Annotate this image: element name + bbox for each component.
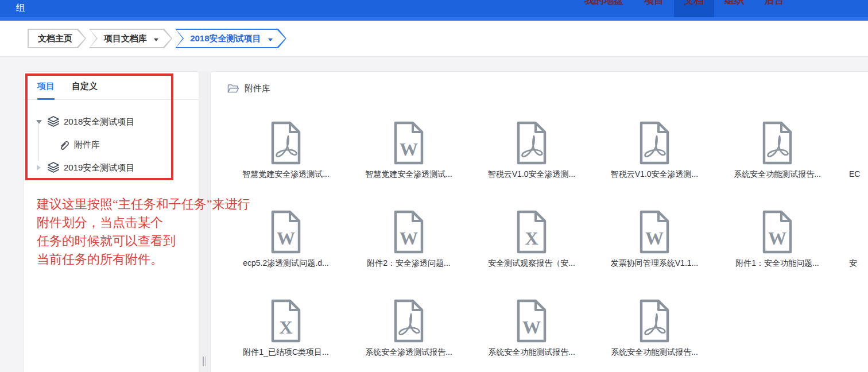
file-type-icon: W X bbox=[638, 121, 671, 165]
附件2：安全渗透问题...[interactable]: W X 附件2：安全渗透问题... bbox=[347, 196, 470, 285]
file-grid: W X 智慧党建安全渗透测试... W X 智慧党建安全渗透测试... bbox=[224, 107, 868, 372]
file-type-icon: W X bbox=[761, 210, 794, 254]
file-name: 安全测试观察报告（安... bbox=[488, 258, 575, 269]
tree-item[interactable]: 附件库 bbox=[35, 133, 199, 156]
file-type-icon: W X bbox=[269, 299, 303, 343]
project-tree: 2018安全测试项目 附件库 bbox=[24, 100, 199, 179]
paperclip-icon bbox=[58, 139, 70, 151]
tree-item-label: 2019安全测试项目 bbox=[64, 162, 134, 173]
panel-splitter[interactable] bbox=[199, 71, 210, 372]
topbar-bottom-strip bbox=[0, 17, 868, 21]
智税云V1.0安全渗透测...[interactable]: W X 智税云V1.0安全渗透测... bbox=[470, 107, 593, 196]
nav-item-label: 项目 bbox=[644, 0, 664, 7]
nav-item[interactable]: 组织 bbox=[714, 0, 754, 17]
file-name: 系统安全功能测试报告... bbox=[611, 347, 698, 358]
file-name: 系统安全功能测试报告... bbox=[488, 347, 575, 358]
panel-header: 附件库 bbox=[227, 83, 270, 94]
chevron-down-icon bbox=[268, 38, 273, 41]
tree-caret-icon[interactable] bbox=[37, 165, 41, 170]
top-nav-bar: 组 我的地盘 项目 文档 组织 后台 bbox=[0, 0, 868, 21]
file-name: 发票协同管理系统V1.1... bbox=[611, 258, 698, 269]
附件1_已结项C类项目...[interactable]: W X 附件1_已结项C类项目... bbox=[224, 285, 347, 372]
nav-item-label: 我的地盘 bbox=[584, 0, 623, 7]
file-name: EC bbox=[849, 169, 860, 179]
file-type-icon: W X bbox=[515, 210, 548, 254]
sidebar-tabs: 项目 自定义 bbox=[24, 72, 199, 100]
file-name: 系统安全渗透测试报告... bbox=[365, 347, 452, 358]
attachment-library-panel: 附件库 W X 智慧党建安全渗透测试... bbox=[210, 71, 868, 372]
panel-title: 附件库 bbox=[245, 83, 270, 94]
breadcrumb-item-label: 文档主页 bbox=[38, 33, 72, 43]
nav-item[interactable]: 我的地盘 bbox=[574, 0, 634, 17]
sidebar-tab-label: 项目 bbox=[37, 81, 55, 91]
file-type-icon: W X bbox=[515, 121, 548, 165]
file-type-icon: W X bbox=[392, 299, 425, 343]
附件1：安全功能问题...[interactable]: W X 附件1：安全功能问题... bbox=[716, 196, 839, 285]
breadcrumb-item[interactable]: 文档主页 bbox=[28, 29, 86, 48]
file-name: 智税云V1.0安全渗透测... bbox=[488, 169, 575, 180]
file-name: 系统安全功能测试报告... bbox=[734, 169, 821, 180]
file-type-icon: W X bbox=[515, 299, 548, 343]
breadcrumb-item[interactable]: 2018安全测试项目 bbox=[175, 29, 286, 48]
breadcrumb-item-label: 2018安全测试项目 bbox=[190, 33, 261, 43]
系统安全渗透测试报告...[interactable]: W X 系统安全渗透测试报告... bbox=[347, 285, 470, 372]
nav-item[interactable]: 后台 bbox=[754, 0, 795, 17]
安全测试观察报告（安...[interactable]: W X 安全测试观察报告（安... bbox=[470, 196, 593, 285]
file-name: 智税云V1.0安全渗透测... bbox=[611, 169, 698, 180]
file-type-icon: W X bbox=[269, 121, 303, 165]
group-label: 组 bbox=[16, 2, 26, 14]
nav-item[interactable]: 项目 bbox=[634, 0, 674, 17]
发票协同管理系统V1.1...[interactable]: W X 发票协同管理系统V1.1... bbox=[593, 196, 716, 285]
layers-icon bbox=[47, 115, 60, 128]
splitter-drag-handle[interactable] bbox=[203, 356, 206, 366]
智慧党建安全渗透测试...[interactable]: W X 智慧党建安全渗透测试... bbox=[347, 107, 470, 196]
breadcrumb: 文档主页 项目文档库 2018安全测试项目 bbox=[28, 29, 289, 48]
layers-icon bbox=[47, 161, 60, 174]
svg-text:W: W bbox=[768, 228, 786, 249]
file-name: 智慧党建安全渗透测试... bbox=[365, 169, 452, 180]
tree-item-label: 附件库 bbox=[74, 140, 100, 150]
svg-text:W: W bbox=[400, 139, 418, 160]
breadcrumb-item[interactable]: 项目文档库 bbox=[89, 29, 172, 48]
tree-item[interactable]: 2019安全测试项目 bbox=[35, 156, 199, 179]
tree-item-label: 2018安全测试项目 bbox=[64, 117, 134, 127]
file-name: 附件2：安全渗透问题... bbox=[367, 258, 450, 269]
file-name: ecp5.2渗透测试问题.d... bbox=[243, 258, 328, 269]
file-type-icon: W X bbox=[269, 210, 303, 254]
file-name: 附件1_已结项C类项目... bbox=[243, 347, 328, 358]
智慧党建安全渗透测试...[interactable]: W X 智慧党建安全渗透测试... bbox=[224, 107, 347, 196]
breadcrumb-item-label: 项目文档库 bbox=[104, 33, 147, 43]
nav-item[interactable]: 文档 bbox=[674, 0, 714, 17]
file-name: 附件1：安全功能问题... bbox=[735, 258, 819, 269]
file-type-icon: W X bbox=[638, 210, 671, 254]
系统安全功能测试报告...[interactable]: W X 系统安全功能测试报告... bbox=[716, 107, 839, 196]
svg-text:X: X bbox=[525, 228, 538, 249]
main-nav: 我的地盘 项目 文档 组织 后台 bbox=[574, 0, 795, 17]
sidebar-tab[interactable]: 项目 bbox=[37, 81, 55, 100]
tree-item[interactable]: 2018安全测试项目 bbox=[35, 110, 199, 133]
tree-caret-icon[interactable] bbox=[36, 120, 42, 124]
svg-text:W: W bbox=[522, 317, 541, 338]
nav-item-label: 组织 bbox=[724, 0, 744, 7]
EC[interactable]: W X EC bbox=[839, 107, 868, 196]
breadcrumb-bar: 文档主页 项目文档库 2018安全测试项目 bbox=[0, 21, 868, 57]
file-type-icon: W X bbox=[392, 121, 425, 165]
ecp5.2渗透测试问题.d...[interactable]: W X ecp5.2渗透测试问题.d... bbox=[224, 196, 347, 285]
svg-text:X: X bbox=[279, 317, 292, 338]
open-folder-icon bbox=[227, 84, 239, 94]
nav-item-label: 文档 bbox=[684, 0, 704, 7]
系统安全功能测试报告...[interactable]: W X 系统安全功能测试报告... bbox=[470, 285, 593, 372]
安[interactable]: W X 安 bbox=[839, 196, 868, 285]
svg-text:W: W bbox=[400, 228, 418, 249]
file-name: 智慧党建安全渗透测试... bbox=[242, 169, 330, 180]
file-type-icon: W X bbox=[761, 121, 794, 165]
file-name: 安 bbox=[849, 258, 857, 269]
sidebar-tab[interactable]: 自定义 bbox=[72, 81, 98, 100]
nav-item-label: 后台 bbox=[765, 0, 784, 7]
svg-text:W: W bbox=[277, 228, 295, 249]
doc-tree-sidebar: 项目 自定义 2018安全测试项目 bbox=[23, 71, 199, 372]
系统安全功能测试报告...[interactable]: W X 系统安全功能测试报告... bbox=[593, 285, 716, 372]
智税云V1.0安全渗透测...[interactable]: W X 智税云V1.0安全渗透测... bbox=[593, 107, 716, 196]
svg-text:W: W bbox=[645, 228, 664, 249]
file-type-icon: W X bbox=[392, 210, 425, 254]
